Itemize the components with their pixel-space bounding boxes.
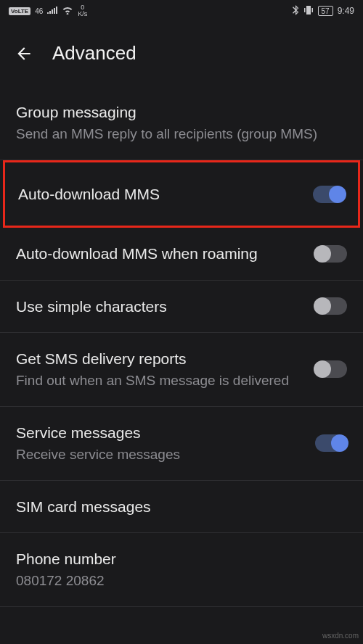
setting-auto-download-roaming[interactable]: Auto-download MMS when roaming <box>0 228 363 280</box>
setting-subtitle: Find out when an SMS message is delivere… <box>16 371 302 390</box>
setting-text: Auto-download MMS when roaming <box>16 244 302 263</box>
phone-number-value: 080172 20862 <box>16 571 347 590</box>
setting-title: Auto-download MMS when roaming <box>16 244 302 263</box>
setting-simple-characters[interactable]: Use simple characters <box>0 281 363 333</box>
battery-percent: 57 <box>322 7 330 15</box>
app-header: Advanced <box>0 22 363 86</box>
toggle-knob <box>314 297 331 315</box>
setting-title: Phone number <box>16 549 347 569</box>
setting-group-messaging[interactable]: Group messaging Send an MMS reply to all… <box>0 86 363 160</box>
setting-text: Get SMS delivery reports Find out when a… <box>16 349 302 390</box>
toggle-knob <box>329 186 346 203</box>
wifi-icon <box>62 6 73 17</box>
setting-title: Use simple characters <box>16 297 302 316</box>
toggle-service-messages[interactable] <box>315 434 347 452</box>
setting-title: Group messaging <box>16 102 347 122</box>
volte-badge: VoLTE <box>9 7 30 15</box>
setting-text: Use simple characters <box>16 297 302 316</box>
vibrate-icon <box>303 5 314 17</box>
setting-text: Auto-download MMS <box>18 184 300 204</box>
setting-text: Group messaging Send an MMS reply to all… <box>16 102 347 144</box>
setting-phone-number[interactable]: Phone number 080172 20862 <box>0 533 363 607</box>
setting-subtitle: Send an MMS reply to all recipients (gro… <box>16 125 347 144</box>
setting-title: Get SMS delivery reports <box>16 349 302 368</box>
setting-sim-card-messages[interactable]: SIM card messages <box>0 481 363 533</box>
status-left: VoLTE 46 0 K/s <box>9 4 87 17</box>
toggle-knob <box>314 245 331 263</box>
setting-text: SIM card messages <box>16 497 347 516</box>
watermark: wsxdn.com <box>322 632 359 640</box>
setting-auto-download-mms[interactable]: Auto-download MMS <box>5 162 358 226</box>
speed-unit: K/s <box>78 11 87 17</box>
setting-delivery-reports[interactable]: Get SMS delivery reports Find out when a… <box>0 333 363 407</box>
setting-title: SIM card messages <box>16 497 347 516</box>
toggle-auto-download-mms[interactable] <box>313 186 345 203</box>
toggle-knob <box>314 360 331 378</box>
highlight-box: Auto-download MMS <box>3 160 360 228</box>
toggle-simple-characters[interactable] <box>315 297 347 315</box>
clock: 9:49 <box>338 6 354 16</box>
data-speed: 0 K/s <box>78 4 87 17</box>
setting-subtitle: Receive service messages <box>16 445 302 464</box>
network-type: 46 <box>35 7 43 15</box>
toggle-auto-download-roaming[interactable] <box>315 245 347 263</box>
arrow-left-icon <box>15 44 33 63</box>
back-button[interactable] <box>15 44 33 63</box>
setting-text: Service messages Receive service message… <box>16 423 302 464</box>
page-title: Advanced <box>52 42 136 65</box>
signal-icon <box>47 6 57 16</box>
setting-title: Auto-download MMS <box>18 184 300 204</box>
toggle-delivery-reports[interactable] <box>315 360 347 378</box>
bluetooth-icon <box>292 5 299 17</box>
battery-indicator: 57 <box>318 6 333 16</box>
setting-title: Service messages <box>16 423 302 442</box>
settings-list: Group messaging Send an MMS reply to all… <box>0 86 363 607</box>
status-bar: VoLTE 46 0 K/s 57 9:49 <box>0 0 363 22</box>
setting-service-messages[interactable]: Service messages Receive service message… <box>0 407 363 481</box>
toggle-knob <box>331 434 348 452</box>
status-right: 57 9:49 <box>292 5 354 17</box>
setting-text: Phone number 080172 20862 <box>16 549 347 590</box>
